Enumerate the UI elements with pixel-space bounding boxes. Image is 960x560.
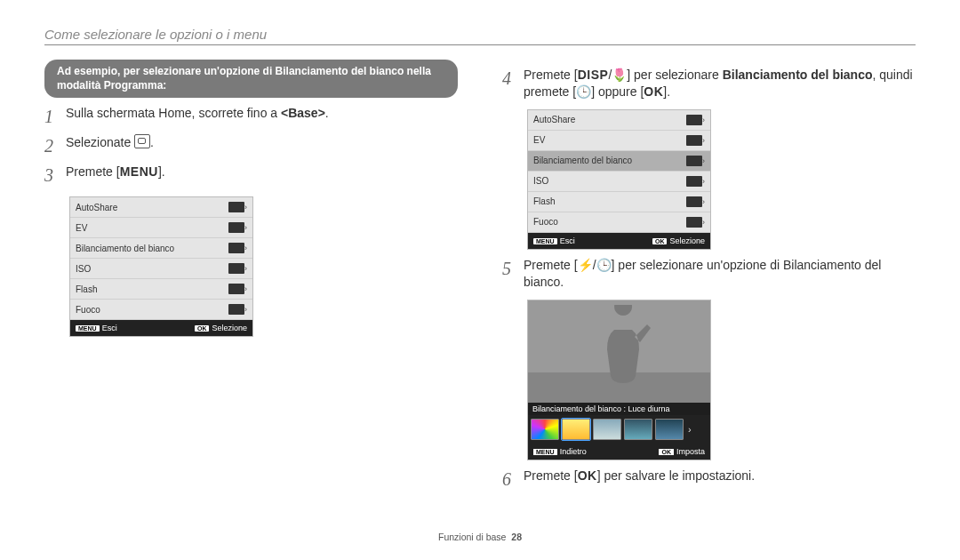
menu-item-label[interactable]: ISO [533, 176, 686, 186]
menu-item-label[interactable]: AutoShare [76, 203, 228, 212]
left-column: Ad esempio, per selezionare un'opzione d… [44, 60, 458, 497]
example-pill: Ad esempio, per selezionare un'opzione d… [44, 60, 458, 98]
ok-button-token: OK [578, 468, 597, 483]
step-2-text: Selezionate . [66, 134, 154, 151]
menu-footer-tag: MENU [533, 238, 557, 244]
chevron-right-icon: › [702, 197, 705, 206]
program-mode-icon [134, 134, 150, 148]
step-6-text: Premete [OK] per salvare le impostazioni… [524, 468, 755, 484]
menu-item-label[interactable]: Fuoco [76, 305, 228, 315]
menu-footer-tag: OK [652, 238, 668, 244]
chevron-right-icon: › [244, 264, 247, 273]
setting-value-icon [228, 202, 244, 212]
step-3-text: Premete [MENU]. [66, 164, 165, 180]
flash-icon: ⚡ [578, 258, 593, 272]
menu-item-label[interactable]: Bilanciamento del bianco [533, 156, 686, 165]
chevron-right-icon: › [244, 203, 247, 212]
setting-value-icon [686, 115, 702, 125]
step-1-text: Sulla schermata Home, scorrete fino a <B… [66, 105, 329, 122]
wb-footer-set[interactable]: Imposta [676, 447, 705, 456]
setting-value-icon [228, 284, 244, 294]
wb-thumb-strip: › [528, 415, 710, 444]
step-5-text: Premete [⚡/🕒] per selezionare un'opzione… [524, 257, 916, 291]
page-footer: Funzioni di base 28 [0, 532, 960, 542]
chevron-right-icon: › [702, 177, 705, 186]
menu-footer-select[interactable]: Selezione [212, 324, 247, 332]
divider [44, 44, 916, 45]
timer-icon: 🕒 [576, 84, 591, 99]
step-number: 3 [44, 164, 57, 188]
silhouette-icon [592, 305, 654, 394]
step-number: 2 [44, 134, 57, 158]
chevron-right-icon: › [244, 305, 247, 314]
step-number: 1 [44, 105, 57, 129]
setting-value-icon [686, 217, 702, 228]
wb-caption: Bilanciamento del bianco : Luce diurna [528, 403, 710, 415]
menu-item-label[interactable]: EV [76, 223, 228, 233]
wb-footer-tag: MENU [533, 449, 557, 455]
setting-value-icon [686, 135, 702, 146]
step-number: 5 [502, 257, 515, 281]
chevron-right-icon: › [244, 284, 247, 293]
menu-item-label[interactable]: ISO [76, 264, 228, 274]
wb-preview-scene [528, 300, 710, 403]
timer-icon: 🕒 [596, 258, 612, 272]
chevron-right-icon: › [702, 218, 705, 227]
chevron-right-icon: › [244, 223, 247, 232]
menu-item-label[interactable]: EV [533, 135, 686, 145]
step-number: 6 [502, 468, 515, 492]
wb-footer-back[interactable]: Indietro [560, 447, 587, 456]
menu-footer-select[interactable]: Selezione [669, 236, 705, 245]
chevron-right-icon: › [702, 136, 705, 145]
setting-value-icon [686, 196, 702, 207]
setting-value-icon [228, 243, 244, 253]
menu-footer-tag: MENU [76, 325, 100, 332]
section-title: Come selezionare le opzioni o i menu [44, 27, 916, 42]
menu-footer-exit[interactable]: Esci [560, 236, 575, 245]
wb-thumb-daylight[interactable] [562, 419, 590, 440]
menu-panel-a: AutoShare› EV› Bilanciamento del bianco›… [69, 196, 253, 337]
setting-value-icon [228, 222, 244, 233]
menu-item-label[interactable]: Fuoco [533, 217, 686, 227]
menu-item-label[interactable]: Bilanciamento del bianco [76, 244, 228, 253]
wb-thumb-fluorescent-h[interactable] [624, 419, 652, 440]
setting-value-icon [228, 304, 244, 315]
step-number: 4 [502, 67, 515, 91]
menu-item-label[interactable]: AutoShare [533, 115, 686, 124]
wb-thumb-fluorescent-l[interactable] [655, 419, 684, 440]
ok-button-token: OK [644, 84, 663, 99]
chevron-right-icon: › [702, 156, 705, 165]
menu-item-label[interactable]: Flash [533, 196, 686, 206]
disp-button-token: DISP [578, 68, 609, 82]
menu-footer-tag: OK [195, 325, 210, 332]
menu-button-token: MENU [120, 164, 158, 179]
wb-footer-tag: OK [659, 449, 674, 455]
macro-icon: 🌷 [612, 68, 627, 82]
setting-value-icon [686, 156, 702, 166]
menu-item-label[interactable]: Flash [76, 284, 228, 294]
chevron-right-icon: › [244, 244, 247, 252]
wb-thumb-auto[interactable] [531, 419, 559, 440]
step-4-text: Premete [DISP/🌷] per selezionare Bilanci… [524, 67, 916, 100]
chevron-right-icon[interactable]: › [686, 424, 693, 435]
wb-thumb-cloudy[interactable] [593, 419, 621, 440]
menu-panel-b: AutoShare› EV› Bilanciamento del bianco›… [527, 109, 711, 250]
wb-preview-panel: Bilanciamento del bianco : Luce diurna ›… [527, 300, 711, 460]
setting-value-icon [228, 263, 244, 274]
setting-value-icon [686, 176, 702, 187]
chevron-right-icon: › [702, 116, 705, 124]
right-column: 4 Premete [DISP/🌷] per selezionare Bilan… [502, 60, 916, 497]
menu-footer-exit[interactable]: Esci [102, 324, 117, 332]
